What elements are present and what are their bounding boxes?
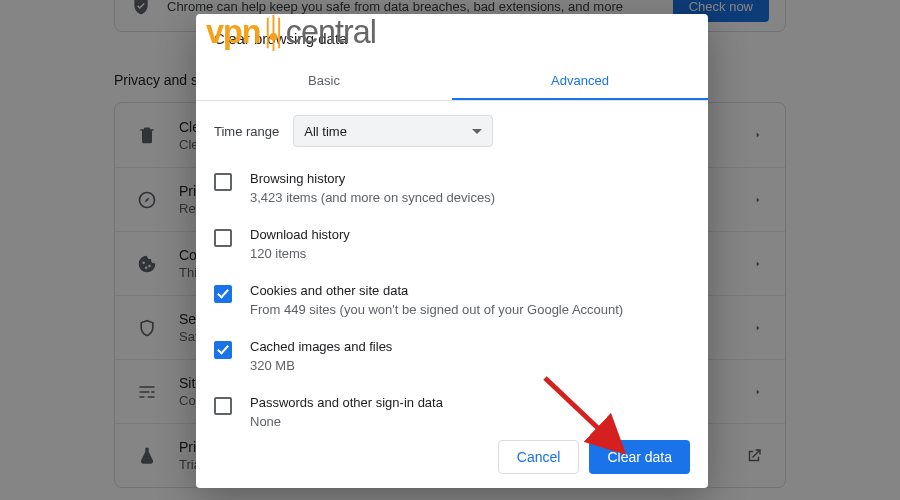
option-download-history[interactable]: Download history120 items: [214, 219, 690, 275]
chevron-down-icon: [472, 129, 482, 139]
option-cached[interactable]: Cached images and files320 MB: [214, 331, 690, 387]
time-range-value: All time: [304, 124, 347, 139]
option-cookies[interactable]: Cookies and other site dataFrom 449 site…: [214, 275, 690, 331]
checkbox[interactable]: [214, 229, 232, 247]
clear-browsing-data-dialog: Clear browsing data Basic Advanced Time …: [196, 14, 708, 488]
checkbox[interactable]: [214, 341, 232, 359]
checkbox[interactable]: [214, 173, 232, 191]
dialog-title: Clear browsing data: [196, 14, 708, 61]
dialog-tabs: Basic Advanced: [196, 61, 708, 101]
dialog-footer: vpn central Cancel Clear data: [196, 428, 708, 488]
option-passwords[interactable]: Passwords and other sign-in dataNone: [214, 387, 690, 428]
checkbox[interactable]: [214, 285, 232, 303]
time-range-label: Time range: [214, 124, 279, 139]
clear-data-button[interactable]: Clear data: [589, 440, 690, 474]
cancel-button[interactable]: Cancel: [498, 440, 580, 474]
time-range-select[interactable]: All time: [293, 115, 493, 147]
tab-basic[interactable]: Basic: [196, 61, 452, 100]
dialog-scroll-area[interactable]: Time range All time Browsing history3,42…: [196, 101, 694, 428]
option-browsing-history[interactable]: Browsing history3,423 items (and more on…: [214, 163, 690, 219]
checkbox[interactable]: [214, 397, 232, 415]
tab-advanced[interactable]: Advanced: [452, 61, 708, 100]
